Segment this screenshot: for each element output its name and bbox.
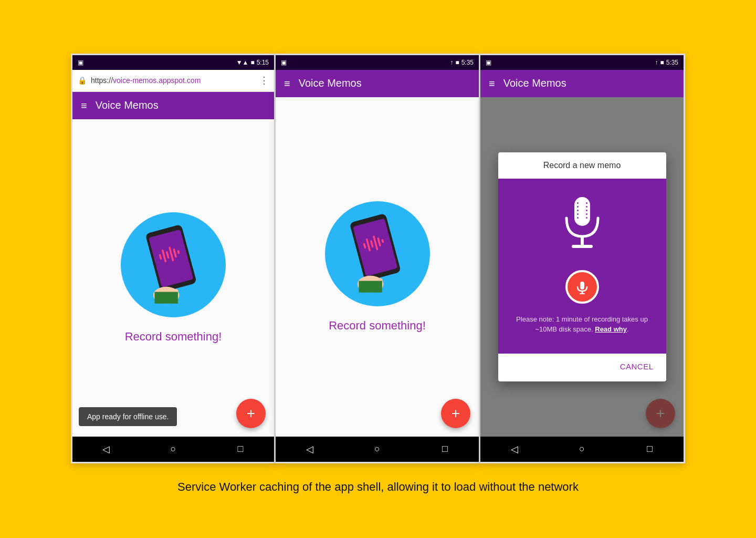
phone3-dialog-title: Record a new memo: [498, 152, 666, 179]
phone2-status-bar: ▣ ↑ ■ 5:35: [276, 55, 479, 70]
phone1-snackbar-text: App ready for offline use.: [87, 412, 169, 421]
svg-rect-29: [577, 210, 579, 211]
phone2-upload-icon: ↑: [450, 59, 453, 66]
phone1-app-header: ≡ Voice Memos: [72, 92, 274, 119]
svg-rect-39: [580, 282, 584, 289]
phone3-hamburger-icon[interactable]: ≡: [489, 78, 495, 89]
microphone-icon: [556, 194, 608, 260]
phone1-nav-bar: ◁ ○ □: [72, 437, 274, 462]
svg-rect-38: [572, 245, 593, 248]
phone2-recents-button[interactable]: □: [432, 439, 458, 460]
phone3-status-bar: ▣ ↑ ■ 5:35: [480, 55, 684, 70]
phone3-dialog-actions: CANCEL: [498, 354, 666, 381]
phone3-recents-button[interactable]: □: [637, 439, 663, 460]
phone3-status-icons: ↑ ■ 5:35: [655, 59, 678, 66]
phone1-wifi-icon: ▼▲: [236, 59, 249, 66]
phone2-hamburger-icon[interactable]: ≡: [284, 78, 290, 89]
phone2-app-title: Voice Memos: [299, 77, 362, 89]
phone2-illustration: [325, 201, 430, 306]
phone-1: ▣ ▼▲ ■ 5:15 🔒 https://voice-memos.appspo…: [71, 54, 276, 463]
svg-rect-1: [149, 229, 193, 287]
phone3-app-title: Voice Memos: [503, 77, 566, 89]
phones-container: ▣ ▼▲ ■ 5:15 🔒 https://voice-memos.appspo…: [71, 54, 685, 463]
phone3-record-button[interactable]: [565, 270, 599, 304]
phone3-cancel-button[interactable]: CANCEL: [616, 358, 658, 375]
phone1-status-icons: ▼▲ ■ 5:15: [236, 59, 269, 66]
phone1-recents-button[interactable]: □: [227, 439, 254, 460]
phone1-back-button[interactable]: ◁: [93, 439, 119, 460]
svg-rect-32: [586, 202, 587, 204]
phone3-notification-icon: ▣: [486, 59, 491, 66]
svg-rect-37: [581, 236, 584, 246]
phone1-status-bar: ▣ ▼▲ ■ 5:15: [72, 55, 274, 70]
phone1-illustration-svg: [136, 223, 210, 307]
phone2-status-icons: ↑ ■ 5:35: [450, 59, 474, 66]
phone3-battery-icon: ■: [660, 59, 664, 66]
phone1-more-icon[interactable]: ⋮: [259, 75, 269, 86]
phone2-content: Record something! +: [276, 97, 479, 437]
phone1-content: Record something! App ready for offline …: [72, 119, 274, 437]
svg-rect-25: [359, 281, 382, 292]
svg-rect-36: [586, 217, 587, 219]
phone2-battery-icon: ■: [455, 59, 459, 66]
phone2-fab[interactable]: +: [441, 399, 470, 428]
phone3-nav-bar: ◁ ○ □: [480, 437, 684, 462]
phone1-url-bold: voice-memos.appspot.com: [113, 76, 201, 85]
phone2-illustration-svg: [341, 212, 414, 296]
svg-rect-30: [577, 213, 579, 215]
svg-rect-34: [586, 210, 587, 211]
phone2-home-button[interactable]: ○: [364, 439, 391, 460]
phone1-time: 5:15: [257, 59, 269, 66]
svg-rect-31: [577, 217, 579, 219]
phone-3: ▣ ↑ ■ 5:35 ≡ Voice Memos + Re: [480, 54, 685, 463]
phone3-dialog-body: Please note: 1 minute of recording takes…: [498, 179, 666, 354]
svg-rect-27: [577, 202, 579, 204]
phone1-fab[interactable]: +: [236, 399, 266, 428]
phone2-fab-label: +: [452, 406, 460, 421]
phone3-dialog-note: Please note: 1 minute of recording takes…: [509, 314, 656, 335]
phone3-dialog: Record a new memo: [498, 152, 666, 381]
phone2-nav-bar: ◁ ○ □: [276, 437, 479, 462]
phone3-overlay: Record a new memo: [480, 97, 684, 437]
svg-rect-26: [574, 197, 590, 226]
phone-2: ▣ ↑ ■ 5:35 ≡ Voice Memos: [276, 54, 480, 463]
phone2-time: 5:35: [461, 59, 474, 66]
phone3-upload-icon: ↑: [655, 59, 658, 66]
phone2-back-button[interactable]: ◁: [297, 439, 323, 460]
phone2-notification-icon: ▣: [281, 59, 287, 66]
phone1-snackbar: App ready for offline use.: [79, 407, 177, 426]
phone3-app-header: ≡ Voice Memos: [480, 70, 684, 97]
svg-rect-14: [353, 218, 397, 276]
lock-icon: 🔒: [78, 76, 87, 85]
svg-rect-28: [577, 206, 579, 208]
svg-rect-41: [580, 293, 585, 294]
phone2-app-header: ≡ Voice Memos: [276, 70, 479, 97]
phone3-home-button[interactable]: ○: [569, 439, 595, 460]
phone2-record-label: Record something!: [329, 319, 426, 333]
phone3-content: + Record a new memo: [480, 97, 684, 437]
svg-rect-33: [586, 206, 587, 208]
phone1-url-text: https://voice-memos.appspot.com: [91, 76, 255, 85]
phone3-back-button[interactable]: ◁: [501, 439, 528, 460]
phone3-time: 5:35: [666, 59, 678, 66]
svg-rect-35: [586, 213, 587, 215]
phone1-record-label: Record something!: [125, 330, 222, 344]
svg-rect-12: [154, 292, 177, 303]
phone1-hamburger-icon[interactable]: ≡: [81, 100, 87, 111]
phone1-notification-icon: ▣: [78, 59, 83, 66]
phone1-illustration: [121, 212, 226, 317]
page-caption: Service Worker caching of the app shell,…: [177, 479, 579, 495]
phone1-app-title: Voice Memos: [96, 99, 159, 111]
phone1-battery-icon: ■: [250, 59, 254, 66]
phone1-url-bar[interactable]: 🔒 https://voice-memos.appspot.com ⋮: [72, 70, 274, 92]
phone3-read-why-link[interactable]: Read why: [595, 325, 627, 333]
phone1-home-button[interactable]: ○: [160, 439, 186, 460]
phone1-fab-label: +: [247, 406, 255, 421]
